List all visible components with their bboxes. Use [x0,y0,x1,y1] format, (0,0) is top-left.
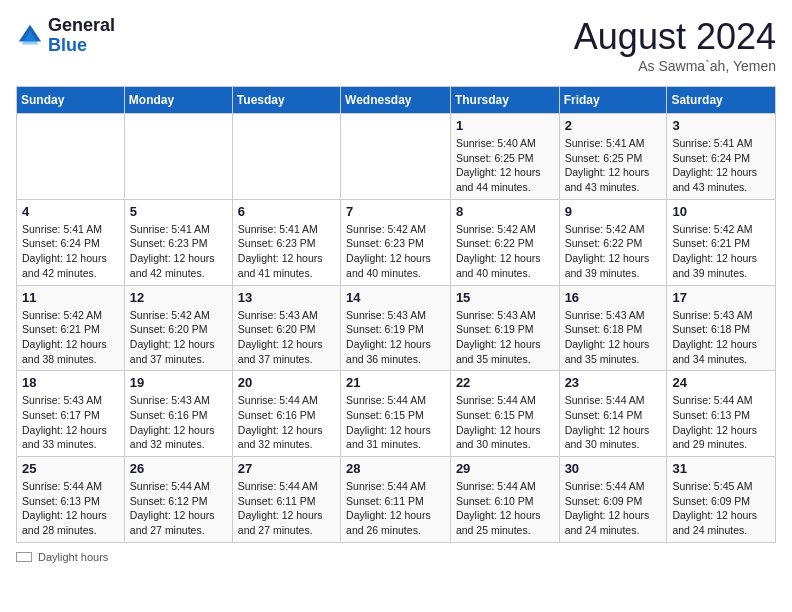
day-number: 24 [672,375,770,390]
day-number: 31 [672,461,770,476]
calendar-cell: 12Sunrise: 5:42 AMSunset: 6:20 PMDayligh… [124,285,232,371]
day-info: Sunrise: 5:44 AMSunset: 6:09 PMDaylight:… [565,479,662,538]
day-header: Sunday [17,87,125,114]
calendar-cell: 16Sunrise: 5:43 AMSunset: 6:18 PMDayligh… [559,285,667,371]
day-number: 1 [456,118,554,133]
day-info: Sunrise: 5:41 AMSunset: 6:24 PMDaylight:… [22,222,119,281]
calendar-cell: 29Sunrise: 5:44 AMSunset: 6:10 PMDayligh… [450,457,559,543]
day-header: Thursday [450,87,559,114]
calendar-cell: 2Sunrise: 5:41 AMSunset: 6:25 PMDaylight… [559,114,667,200]
legend-label: Daylight hours [38,551,108,563]
day-number: 3 [672,118,770,133]
calendar-cell [341,114,451,200]
day-info: Sunrise: 5:44 AMSunset: 6:10 PMDaylight:… [456,479,554,538]
calendar-table: SundayMondayTuesdayWednesdayThursdayFrid… [16,86,776,543]
day-info: Sunrise: 5:42 AMSunset: 6:22 PMDaylight:… [456,222,554,281]
logo-text: General Blue [48,16,115,56]
location: As Sawma`ah, Yemen [574,58,776,74]
calendar-cell: 24Sunrise: 5:44 AMSunset: 6:13 PMDayligh… [667,371,776,457]
calendar-cell: 13Sunrise: 5:43 AMSunset: 6:20 PMDayligh… [232,285,340,371]
day-info: Sunrise: 5:45 AMSunset: 6:09 PMDaylight:… [672,479,770,538]
calendar-cell: 25Sunrise: 5:44 AMSunset: 6:13 PMDayligh… [17,457,125,543]
calendar-cell: 17Sunrise: 5:43 AMSunset: 6:18 PMDayligh… [667,285,776,371]
day-number: 25 [22,461,119,476]
day-number: 5 [130,204,227,219]
day-info: Sunrise: 5:40 AMSunset: 6:25 PMDaylight:… [456,136,554,195]
calendar-cell: 10Sunrise: 5:42 AMSunset: 6:21 PMDayligh… [667,199,776,285]
logo: General Blue [16,16,115,56]
day-number: 29 [456,461,554,476]
calendar-cell: 21Sunrise: 5:44 AMSunset: 6:15 PMDayligh… [341,371,451,457]
calendar-cell: 23Sunrise: 5:44 AMSunset: 6:14 PMDayligh… [559,371,667,457]
day-info: Sunrise: 5:41 AMSunset: 6:23 PMDaylight:… [130,222,227,281]
day-number: 18 [22,375,119,390]
day-info: Sunrise: 5:42 AMSunset: 6:21 PMDaylight:… [672,222,770,281]
day-header: Monday [124,87,232,114]
day-number: 21 [346,375,445,390]
calendar-cell: 30Sunrise: 5:44 AMSunset: 6:09 PMDayligh… [559,457,667,543]
day-number: 10 [672,204,770,219]
day-number: 14 [346,290,445,305]
calendar-cell [124,114,232,200]
calendar-cell: 5Sunrise: 5:41 AMSunset: 6:23 PMDaylight… [124,199,232,285]
day-info: Sunrise: 5:44 AMSunset: 6:11 PMDaylight:… [346,479,445,538]
calendar-cell: 9Sunrise: 5:42 AMSunset: 6:22 PMDaylight… [559,199,667,285]
day-header: Saturday [667,87,776,114]
calendar-cell [232,114,340,200]
day-number: 22 [456,375,554,390]
calendar-cell: 3Sunrise: 5:41 AMSunset: 6:24 PMDaylight… [667,114,776,200]
day-info: Sunrise: 5:43 AMSunset: 6:18 PMDaylight:… [565,308,662,367]
calendar-cell: 1Sunrise: 5:40 AMSunset: 6:25 PMDaylight… [450,114,559,200]
day-number: 8 [456,204,554,219]
calendar-cell: 14Sunrise: 5:43 AMSunset: 6:19 PMDayligh… [341,285,451,371]
calendar-week-row: 25Sunrise: 5:44 AMSunset: 6:13 PMDayligh… [17,457,776,543]
day-info: Sunrise: 5:44 AMSunset: 6:13 PMDaylight:… [672,393,770,452]
calendar-cell [17,114,125,200]
day-info: Sunrise: 5:44 AMSunset: 6:15 PMDaylight:… [346,393,445,452]
calendar-week-row: 18Sunrise: 5:43 AMSunset: 6:17 PMDayligh… [17,371,776,457]
day-number: 19 [130,375,227,390]
day-number: 9 [565,204,662,219]
day-number: 17 [672,290,770,305]
day-info: Sunrise: 5:41 AMSunset: 6:25 PMDaylight:… [565,136,662,195]
calendar-header: SundayMondayTuesdayWednesdayThursdayFrid… [17,87,776,114]
day-info: Sunrise: 5:43 AMSunset: 6:20 PMDaylight:… [238,308,335,367]
day-info: Sunrise: 5:44 AMSunset: 6:12 PMDaylight:… [130,479,227,538]
day-header: Wednesday [341,87,451,114]
calendar-cell: 15Sunrise: 5:43 AMSunset: 6:19 PMDayligh… [450,285,559,371]
calendar-cell: 20Sunrise: 5:44 AMSunset: 6:16 PMDayligh… [232,371,340,457]
calendar-cell: 28Sunrise: 5:44 AMSunset: 6:11 PMDayligh… [341,457,451,543]
footer: Daylight hours [16,551,776,563]
day-number: 15 [456,290,554,305]
calendar-week-row: 4Sunrise: 5:41 AMSunset: 6:24 PMDaylight… [17,199,776,285]
day-number: 6 [238,204,335,219]
day-info: Sunrise: 5:44 AMSunset: 6:14 PMDaylight:… [565,393,662,452]
day-number: 7 [346,204,445,219]
calendar-cell: 26Sunrise: 5:44 AMSunset: 6:12 PMDayligh… [124,457,232,543]
day-number: 27 [238,461,335,476]
day-info: Sunrise: 5:42 AMSunset: 6:21 PMDaylight:… [22,308,119,367]
calendar-week-row: 1Sunrise: 5:40 AMSunset: 6:25 PMDaylight… [17,114,776,200]
day-number: 12 [130,290,227,305]
day-number: 28 [346,461,445,476]
day-number: 11 [22,290,119,305]
day-info: Sunrise: 5:41 AMSunset: 6:23 PMDaylight:… [238,222,335,281]
day-number: 4 [22,204,119,219]
day-info: Sunrise: 5:44 AMSunset: 6:15 PMDaylight:… [456,393,554,452]
calendar-cell: 8Sunrise: 5:42 AMSunset: 6:22 PMDaylight… [450,199,559,285]
day-info: Sunrise: 5:42 AMSunset: 6:22 PMDaylight:… [565,222,662,281]
day-header: Friday [559,87,667,114]
day-number: 26 [130,461,227,476]
day-number: 16 [565,290,662,305]
day-info: Sunrise: 5:43 AMSunset: 6:19 PMDaylight:… [456,308,554,367]
day-number: 23 [565,375,662,390]
day-info: Sunrise: 5:43 AMSunset: 6:18 PMDaylight:… [672,308,770,367]
calendar-cell: 27Sunrise: 5:44 AMSunset: 6:11 PMDayligh… [232,457,340,543]
day-number: 20 [238,375,335,390]
calendar-cell: 11Sunrise: 5:42 AMSunset: 6:21 PMDayligh… [17,285,125,371]
calendar-cell: 18Sunrise: 5:43 AMSunset: 6:17 PMDayligh… [17,371,125,457]
day-info: Sunrise: 5:44 AMSunset: 6:16 PMDaylight:… [238,393,335,452]
title-area: August 2024 As Sawma`ah, Yemen [574,16,776,74]
day-number: 13 [238,290,335,305]
calendar-cell: 31Sunrise: 5:45 AMSunset: 6:09 PMDayligh… [667,457,776,543]
